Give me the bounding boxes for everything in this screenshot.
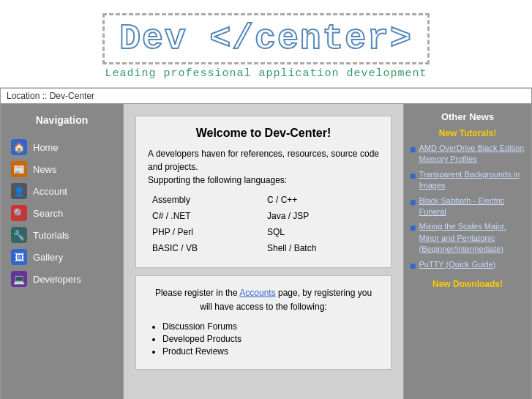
sidebar-item-tutorials[interactable]: 🔧 Tutorials	[1, 224, 123, 246]
tutorials-icon: 🔧	[11, 227, 27, 243]
new-downloads-label: New Downloads!	[410, 279, 525, 289]
news-icon: 📰	[11, 161, 27, 177]
nav-search-label: Search	[33, 208, 63, 219]
account-icon: 👤	[11, 183, 27, 199]
welcome-title: Welcome to Dev-Center!	[148, 127, 379, 140]
lang-col2: C / C++	[264, 193, 378, 207]
register-text: Please register in the Accounts page, by…	[148, 286, 379, 314]
nav-home-label: Home	[33, 142, 59, 153]
table-row: PHP / Perl SQL	[149, 225, 378, 239]
home-icon: 🏠	[11, 139, 27, 155]
main-layout: Navigation 🏠 Home 📰 News 👤 Account 🔍 Sea…	[0, 104, 532, 399]
news-link-2[interactable]: Transparent Backgrounds in Images	[419, 169, 525, 192]
bullet-icon: ■	[410, 222, 416, 234]
news-item-5: ■ PuTTY (Quick Guide)	[410, 259, 525, 272]
lang-col1: Assembly	[149, 193, 263, 207]
sidebar-item-gallery[interactable]: 🖼 Gallery	[1, 246, 123, 268]
table-row: C# / .NET Java / JSP	[149, 209, 378, 223]
left-sidebar: Navigation 🏠 Home 📰 News 👤 Account 🔍 Sea…	[1, 104, 124, 399]
location-bar: Location :: Dev-Center	[0, 88, 532, 104]
welcome-description: A developers haven for references, resou…	[148, 147, 379, 257]
new-tutorials-label: New Tutorals!	[410, 128, 525, 138]
nav-developers-label: Developers	[33, 274, 81, 285]
sidebar-item-search[interactable]: 🔍 Search	[1, 202, 123, 224]
logo-container: Dev </center>	[102, 13, 429, 64]
table-row: BASIC / VB Shell / Batch	[149, 241, 378, 256]
accounts-link[interactable]: Accounts	[239, 288, 275, 298]
news-link-3[interactable]: Black Sabbath - Electric Funeral	[419, 195, 525, 218]
nav-gallery-label: Gallery	[33, 252, 63, 263]
news-item-4: ■ Mixing the Scales Major, Minor and Pen…	[410, 221, 525, 255]
sidebar-item-account[interactable]: 👤 Account	[1, 180, 123, 202]
list-item: Product Reviews	[162, 346, 379, 357]
nav-title: Navigation	[1, 111, 123, 129]
list-item: Discussion Forums	[162, 321, 379, 332]
bullet-icon: ■	[410, 196, 416, 208]
news-link-4[interactable]: Mixing the Scales Major, Minor and Penta…	[419, 221, 525, 255]
nav-account-label: Account	[33, 186, 67, 197]
welcome-box: Welcome to Dev-Center! A developers have…	[135, 116, 391, 268]
news-item-3: ■ Black Sabbath - Electric Funeral	[410, 195, 525, 218]
lang-col2: Shell / Batch	[264, 241, 378, 256]
bullet-icon: ■	[410, 143, 416, 155]
header-subtitle: Leading professional application develop…	[0, 67, 532, 80]
lang-col2: SQL	[264, 225, 378, 239]
bullet-icon: ■	[410, 170, 416, 182]
language-table: Assembly C / C++ C# / .NET Java / JSP PH…	[148, 191, 379, 257]
developers-icon: 💻	[11, 271, 27, 287]
list-item: Developed Products	[162, 334, 379, 344]
nav-news-label: News	[33, 164, 57, 175]
sidebar-item-home[interactable]: 🏠 Home	[1, 136, 123, 158]
table-row: Assembly C / C++	[149, 193, 378, 207]
center-content: Welcome to Dev-Center! A developers have…	[124, 104, 403, 399]
register-box: Please register in the Accounts page, by…	[135, 275, 391, 370]
bullet-icon: ■	[410, 260, 416, 272]
search-icon: 🔍	[11, 205, 27, 221]
nav-tutorials-label: Tutorials	[33, 230, 69, 241]
news-item-1: ■ AMD OverDrive Black Edition Memory Pro…	[410, 143, 525, 165]
sidebar-item-developers[interactable]: 💻 Developers	[1, 268, 123, 290]
sidebar-item-news[interactable]: 📰 News	[1, 158, 123, 180]
news-item-2: ■ Transparent Backgrounds in Images	[410, 169, 525, 192]
right-sidebar: Other News New Tutorals! ■ AMD OverDrive…	[403, 104, 531, 399]
header: Dev </center> Leading professional appli…	[0, 0, 532, 88]
lang-col1: BASIC / VB	[149, 241, 263, 256]
register-list: Discussion Forums Developed Products Pro…	[162, 321, 379, 357]
site-title: Dev </center>	[119, 19, 412, 59]
gallery-icon: 🖼	[11, 249, 27, 265]
lang-col1: PHP / Perl	[149, 225, 263, 239]
lang-col1: C# / .NET	[149, 209, 263, 223]
news-link-1[interactable]: AMD OverDrive Black Edition Memory Profi…	[419, 143, 525, 165]
other-news-title: Other News	[410, 111, 525, 122]
news-link-5[interactable]: PuTTY (Quick Guide)	[419, 259, 495, 270]
lang-col2: Java / JSP	[264, 209, 378, 223]
